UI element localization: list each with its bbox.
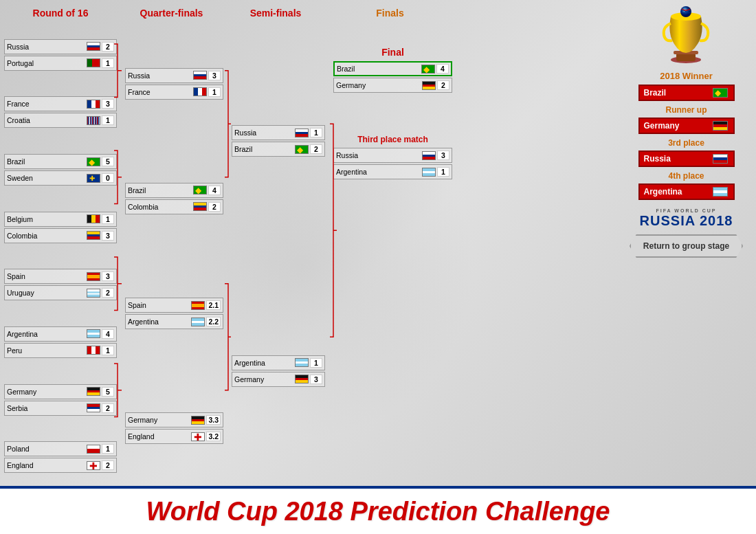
third-box: Russia: [638, 151, 735, 167]
third-name: Russia: [644, 154, 711, 164]
fifa-logo: FIFA WORLD CUP RUSSIA 2018: [640, 208, 733, 229]
third-place-match-label: Third place match: [332, 135, 454, 144]
france-flag: [193, 87, 207, 96]
brazil-flag: [193, 186, 207, 194]
brazil-flag: [87, 157, 100, 166]
germany-flag: [87, 387, 100, 396]
portugal-flag: [87, 58, 100, 67]
colombia-flag: [87, 231, 100, 240]
match-row: Russia2: [4, 39, 117, 54]
match-row: Argentina1: [333, 164, 452, 179]
final-label: Final: [332, 47, 454, 58]
winner-flag: [713, 88, 728, 98]
right-panel: 2018 Winner Brazil Runner up Germany 3rd…: [619, 3, 753, 486]
fourth-name: Argentina: [644, 187, 711, 197]
runner-up-name: Germany: [644, 121, 711, 131]
sweden-flag: [87, 174, 100, 183]
match-row: Brazil4: [333, 61, 452, 76]
r16-column: Russia2Portugal1France3Croatia1Brazil5Sw…: [3, 26, 118, 486]
sf-column: Russia1Brazil2Argentina1Germany3: [225, 26, 326, 486]
return-button[interactable]: Return to group stage: [630, 234, 743, 258]
runner-up-box: Germany: [638, 118, 735, 134]
match-row: Spain2.1: [125, 298, 223, 313]
germany-flag: [295, 375, 309, 383]
match-row: Poland1: [4, 441, 117, 456]
fourth-flag: [713, 187, 728, 197]
match-row: Germany2: [333, 78, 452, 93]
match-row: Russia3: [333, 148, 452, 163]
match-row: Germany5: [4, 384, 117, 399]
russia-flag: [295, 129, 309, 137]
match-row: Peru1: [4, 343, 117, 358]
footer-title: World Cup 2018 Prediction Challenge: [146, 497, 610, 526]
match-row: England2: [4, 458, 117, 473]
runner-up-flag: [713, 121, 728, 131]
match-row: Belgium1: [4, 212, 117, 227]
match-row: Spain3: [4, 269, 117, 284]
qf-column: Russia3France1Brazil4Colombia2Spain2.1Ar…: [118, 26, 225, 486]
croatia-flag: [87, 116, 100, 125]
russia-label: RUSSIA 2018: [640, 213, 733, 229]
qf-header: Quarter-finals: [118, 3, 225, 23]
england-flag: [191, 432, 205, 441]
match-row: Germany3.3: [125, 412, 223, 427]
main-container: Round of 16 Quarter-finals Semi-finals F…: [0, 0, 756, 534]
match-row: Colombia3: [4, 228, 117, 243]
match-row: Uruguay2: [4, 285, 117, 300]
match-row: England3.2: [125, 429, 223, 444]
match-row: Croatia1: [4, 113, 117, 128]
third-flag: [713, 154, 728, 164]
argentina-flag: [422, 168, 436, 177]
peru-flag: [87, 346, 100, 355]
england-flag: [87, 461, 100, 470]
footer-bar: World Cup 2018 Prediction Challenge: [0, 486, 756, 534]
trophy-area: [657, 6, 715, 67]
poland-flag: [87, 445, 100, 454]
match-row: Germany3: [232, 372, 325, 387]
france-flag: [87, 100, 100, 109]
fin-header: Finals: [326, 3, 454, 23]
match-row: Russia1: [232, 125, 325, 140]
fifa-label: FIFA WORLD CUP: [640, 208, 733, 213]
match-row: Sweden0: [4, 170, 117, 186]
finals-column: FinalBrazil4Germany2Third place matchRus…: [326, 26, 454, 486]
russia-flag: [193, 71, 207, 80]
colombia-flag: [193, 202, 207, 211]
match-row: Brazil4: [125, 183, 223, 198]
germany-flag: [422, 81, 436, 90]
match-row: Argentina1: [232, 355, 325, 370]
sf-header: Semi-finals: [225, 3, 326, 23]
runner-up-label: Runner up: [666, 105, 707, 115]
match-row: France1: [125, 85, 223, 100]
brazil-flag: [421, 65, 435, 74]
match-row: Brazil5: [4, 154, 117, 169]
r16-header: Round of 16: [3, 3, 118, 23]
match-row: Argentina2.2: [125, 314, 223, 329]
match-row: France3: [4, 96, 117, 111]
brazil-flag: [295, 145, 309, 154]
argentina-flag: [295, 358, 309, 367]
trophy-icon: [657, 6, 715, 65]
match-row: Russia3: [125, 68, 223, 83]
uruguay-flag: [87, 289, 100, 298]
belgium-flag: [87, 214, 100, 223]
match-row: Argentina4: [4, 326, 117, 342]
match-row: Serbia2: [4, 401, 117, 416]
argentina-flag: [87, 329, 100, 338]
russia-flag: [422, 151, 436, 160]
spain-flag: [191, 301, 205, 310]
match-row: Portugal1: [4, 56, 117, 71]
third-place-label: 3rd place: [668, 138, 704, 148]
match-row: Brazil2: [232, 142, 325, 157]
fourth-place-label: 4th place: [668, 171, 704, 181]
serbia-flag: [87, 403, 100, 412]
winner-label: 2018 Winner: [660, 71, 712, 81]
spain-flag: [87, 272, 100, 281]
russia-flag: [87, 42, 100, 51]
winner-box: Brazil: [638, 85, 735, 101]
match-row: Colombia2: [125, 199, 223, 214]
fourth-box: Argentina: [638, 183, 735, 200]
germany-flag: [191, 416, 205, 425]
argentina-flag: [191, 318, 205, 326]
winner-name: Brazil: [644, 88, 711, 98]
